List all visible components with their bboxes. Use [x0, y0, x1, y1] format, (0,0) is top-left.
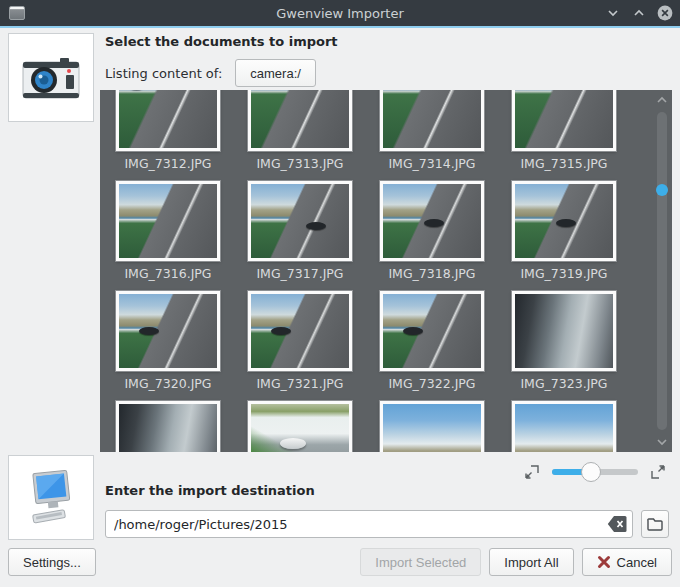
thumbnail-image	[512, 181, 616, 261]
thumbnail-image	[380, 291, 484, 371]
thumbnail-image	[248, 90, 352, 151]
action-buttons: Import Selected Import All Cancel	[360, 548, 672, 576]
thumbnail-zoom-row	[100, 459, 666, 485]
zoom-in-icon[interactable]	[650, 464, 666, 480]
thumbnail-item[interactable]: IMG_7313.JPG	[234, 90, 366, 181]
vertical-scrollbar[interactable]	[652, 90, 672, 452]
thumbnail-image	[248, 401, 352, 452]
scrollbar-position-dot	[656, 184, 668, 196]
race-car-blob	[556, 219, 576, 227]
thumbnail-image	[512, 90, 616, 151]
thumbnail-filename: IMG_7315.JPG	[520, 156, 607, 171]
thumbnail-item[interactable]: IMG_7318.JPG	[366, 181, 498, 291]
thumbnail-item[interactable]: IMG_7319.JPG	[498, 181, 630, 291]
thumbnail-image	[248, 291, 352, 371]
thumbnail-item[interactable]: IMG_7315.JPG	[498, 90, 630, 181]
cancel-button[interactable]: Cancel	[582, 548, 672, 576]
thumbnail-filename: IMG_7321.JPG	[256, 376, 343, 391]
thumbnail-item[interactable]	[366, 401, 498, 452]
thumbnail-image	[248, 181, 352, 261]
thumbnail-item[interactable]: IMG_7323.JPG	[498, 291, 630, 401]
thumbnail-item[interactable]: IMG_7312.JPG	[102, 90, 234, 181]
race-car-blob	[403, 327, 423, 335]
camera-icon	[22, 56, 80, 100]
window-title: Gwenview Importer	[0, 6, 680, 21]
minimize-icon[interactable]	[604, 4, 622, 22]
thumbnail-item[interactable]	[102, 401, 234, 452]
thumbnail-filename: IMG_7318.JPG	[388, 266, 475, 281]
computer-icon	[23, 468, 79, 528]
thumbnail-item[interactable]	[498, 401, 630, 452]
scroll-down-icon[interactable]	[655, 435, 669, 449]
dialog-button-row: Settings... Import Selected Import All C…	[8, 548, 672, 576]
thumbnail-filename: IMG_7314.JPG	[388, 156, 475, 171]
close-icon[interactable]	[656, 4, 674, 22]
thumbnail-image	[380, 90, 484, 151]
scroll-up-icon[interactable]	[655, 93, 669, 107]
thumbnail-filename: IMG_7317.JPG	[256, 266, 343, 281]
race-car-blob	[139, 327, 159, 335]
cancel-x-icon	[597, 555, 611, 569]
clear-text-icon[interactable]	[607, 515, 627, 533]
thumbnail-filename: IMG_7323.JPG	[520, 376, 607, 391]
camera-source-button[interactable]: camera:/	[235, 59, 316, 87]
import-all-button[interactable]: Import All	[489, 548, 573, 576]
listing-row: Listing content of: camera:/	[105, 59, 316, 87]
thumbnail-filename: IMG_7312.JPG	[124, 156, 211, 171]
thumbnail-filename: IMG_7322.JPG	[388, 376, 475, 391]
thumbnail-image	[512, 401, 616, 452]
thumbnail-grid-content: IMG_7312.JPGIMG_7313.JPGIMG_7314.JPGIMG_…	[102, 90, 642, 452]
race-car-blob	[306, 222, 326, 230]
select-documents-title: Select the documents to import	[105, 34, 338, 49]
thumbnail-image	[512, 291, 616, 371]
camera-source-panel	[8, 33, 94, 122]
thumbnail-item[interactable]: IMG_7320.JPG	[102, 291, 234, 401]
thumbnail-filename: IMG_7316.JPG	[124, 266, 211, 281]
thumbnail-item[interactable]: IMG_7321.JPG	[234, 291, 366, 401]
thumbnail-filename: IMG_7320.JPG	[124, 376, 211, 391]
thumbnail-image	[116, 291, 220, 371]
settings-button[interactable]: Settings...	[8, 548, 96, 576]
gwenview-app-icon	[9, 6, 25, 20]
thumbnail-filename: IMG_7319.JPG	[520, 266, 607, 281]
maximize-icon[interactable]	[630, 4, 648, 22]
zoom-slider-handle[interactable]	[581, 462, 601, 482]
browse-folder-button[interactable]	[641, 510, 669, 538]
thumbnail-image	[116, 181, 220, 261]
window-controls	[604, 0, 674, 26]
zoom-out-icon[interactable]	[524, 464, 540, 480]
thumbnail-image	[116, 90, 220, 151]
thumbnail-image	[380, 401, 484, 452]
scrollbar-thumb[interactable]	[657, 112, 667, 430]
destination-title: Enter the import destination	[105, 483, 315, 498]
destination-path-input[interactable]	[105, 510, 633, 538]
titlebar[interactable]: Gwenview Importer	[0, 0, 680, 28]
race-car-blob	[271, 327, 291, 335]
import-selected-button[interactable]: Import Selected	[360, 548, 481, 576]
thumbnail-item[interactable]: IMG_7314.JPG	[366, 90, 498, 181]
thumbnail-image	[116, 401, 220, 452]
race-car-blob	[424, 219, 444, 227]
thumbnail-item[interactable]	[234, 401, 366, 452]
thumbnail-filename: IMG_7313.JPG	[256, 156, 343, 171]
thumbnail-grid[interactable]: IMG_7312.JPGIMG_7313.JPGIMG_7314.JPGIMG_…	[100, 90, 672, 452]
cancel-label: Cancel	[617, 555, 657, 570]
listing-content-label: Listing content of:	[105, 66, 222, 81]
thumbnail-item[interactable]: IMG_7322.JPG	[366, 291, 498, 401]
folder-icon	[647, 517, 663, 531]
thumbnail-image	[380, 181, 484, 261]
thumbnail-item[interactable]: IMG_7317.JPG	[234, 181, 366, 291]
destination-panel	[8, 455, 94, 540]
thumbnail-item[interactable]: IMG_7316.JPG	[102, 181, 234, 291]
zoom-slider[interactable]	[552, 462, 638, 482]
